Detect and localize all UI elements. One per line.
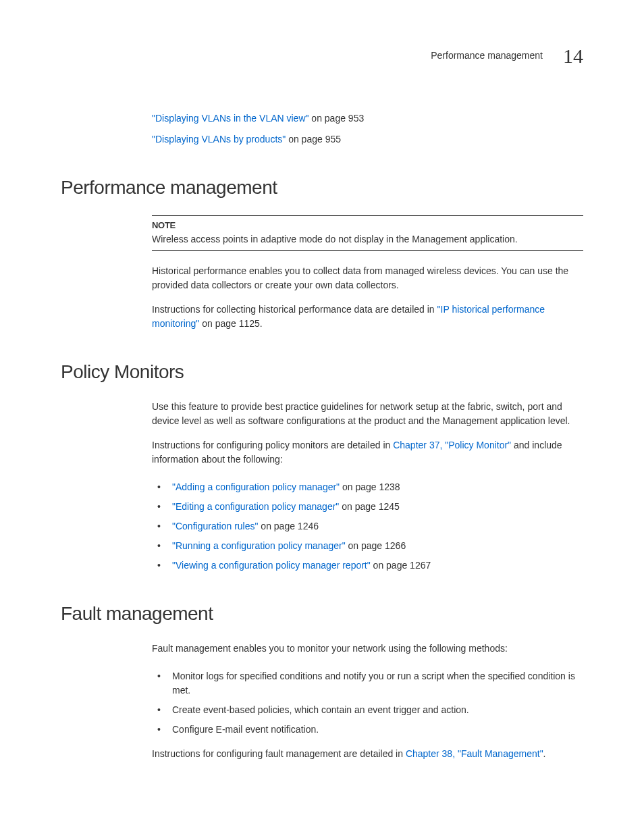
page-ref-suffix: on page 1267 — [371, 560, 431, 571]
body-paragraph: Instructions for configuring fault manag… — [152, 747, 583, 761]
list-item: "Configuration rules" on page 1246 — [152, 519, 583, 533]
header-section-name: Performance management — [431, 49, 543, 63]
text-suffix: on page 1125. — [199, 318, 262, 329]
top-link-list: "Displaying VLANs in the VLAN view" on p… — [152, 111, 583, 147]
text-prefix: Instructions for configuring fault manag… — [152, 748, 406, 759]
heading-fault: Fault management — [61, 600, 583, 628]
page-ref-suffix: on page 1238 — [340, 481, 400, 492]
header-chapter-number: 14 — [563, 41, 583, 71]
note-text: Wireless access points in adaptive mode … — [152, 232, 583, 246]
policy-bullet-list: "Adding a configuration policy manager" … — [152, 480, 583, 573]
text-suffix: . — [543, 748, 546, 759]
content-block: Historical performance enables you to co… — [152, 264, 583, 331]
note-rule-bottom — [152, 250, 583, 251]
page-ref-suffix: on page 955 — [286, 134, 341, 145]
list-item: "Editing a configuration policy manager"… — [152, 500, 583, 514]
body-paragraph: Fault management enables you to monitor … — [152, 642, 583, 656]
cross-ref-link[interactable]: "Displaying VLANs in the VLAN view" — [152, 113, 308, 124]
body-paragraph: Instructions for collecting historical p… — [152, 303, 583, 331]
fault-bullet-list: Monitor logs for specified conditions an… — [152, 669, 583, 737]
content-block: Use this feature to provide best practic… — [152, 400, 583, 467]
page-header: Performance management 14 — [61, 41, 583, 71]
list-item-text: Create event-based policies, which conta… — [172, 704, 469, 715]
list-item: "Adding a configuration policy manager" … — [152, 480, 583, 494]
section-policy-monitors: Policy Monitors Use this feature to prov… — [61, 358, 583, 573]
text-prefix: Instructions for configuring policy moni… — [152, 440, 393, 450]
note-rule-top — [152, 215, 583, 216]
top-link-item: "Displaying VLANs in the VLAN view" on p… — [152, 111, 583, 126]
page-ref-suffix: on page 1245 — [339, 501, 400, 512]
note-label: NOTE — [152, 219, 583, 232]
section-performance-management: Performance management NOTE Wireless acc… — [61, 174, 583, 331]
page-ref-suffix: on page 953 — [308, 113, 364, 124]
list-item: Monitor logs for specified conditions an… — [152, 669, 583, 698]
cross-ref-link[interactable]: "Adding a configuration policy manager" — [172, 481, 340, 492]
note-block: NOTE Wireless access points in adaptive … — [152, 215, 583, 251]
cross-ref-link[interactable]: "Displaying VLANs by products" — [152, 134, 286, 145]
content-block: Fault management enables you to monitor … — [152, 642, 583, 656]
section-fault-management: Fault management Fault management enable… — [61, 600, 583, 761]
cross-ref-link[interactable]: Chapter 37, "Policy Monitor" — [393, 440, 511, 450]
body-paragraph: Instructions for configuring policy moni… — [152, 438, 583, 467]
list-item-text: Configure E-mail event notification. — [172, 724, 319, 735]
list-item: "Running a configuration policy manager"… — [152, 539, 583, 553]
cross-ref-link[interactable]: "Running a configuration policy manager" — [172, 540, 346, 551]
page-ref-suffix: on page 1246 — [258, 521, 319, 531]
body-paragraph: Use this feature to provide best practic… — [152, 400, 583, 428]
list-item: "Viewing a configuration policy manager … — [152, 558, 583, 573]
cross-ref-link[interactable]: "Viewing a configuration policy manager … — [172, 560, 371, 571]
cross-ref-link[interactable]: "Configuration rules" — [172, 521, 258, 531]
top-link-item: "Displaying VLANs by products" on page 9… — [152, 132, 583, 147]
cross-ref-link[interactable]: "Editing a configuration policy manager" — [172, 501, 339, 512]
list-item: Configure E-mail event notification. — [152, 723, 583, 737]
content-block: Instructions for configuring fault manag… — [152, 747, 583, 761]
heading-policy: Policy Monitors — [61, 358, 583, 386]
page-ref-suffix: on page 1266 — [346, 540, 406, 551]
list-item: Create event-based policies, which conta… — [152, 703, 583, 717]
body-paragraph: Historical performance enables you to co… — [152, 264, 583, 292]
cross-ref-link[interactable]: Chapter 38, "Fault Management" — [406, 748, 543, 759]
list-item-text: Monitor logs for specified conditions an… — [172, 671, 575, 696]
text-prefix: Instructions for collecting historical p… — [152, 304, 437, 315]
heading-performance: Performance management — [61, 174, 583, 202]
